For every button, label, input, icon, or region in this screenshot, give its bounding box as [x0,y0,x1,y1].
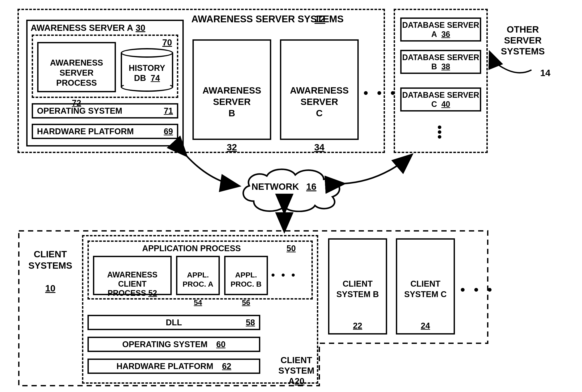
hw-box-69: HARDWARE PLATFORM 69 [32,124,178,139]
client-c-text: CLIENT SYSTEM C [404,279,447,299]
client-b-text: CLIENT SYSTEM B [336,279,379,299]
ref-36: 36 [441,30,450,39]
ref-10: 10 [45,283,56,294]
client-c-label: CLIENT SYSTEM C 24 [397,240,454,331]
ref-38: 38 [441,62,450,71]
app-process-title: APPLICATION PROCESS [142,244,241,253]
dll-label: DLL [166,318,182,327]
ellipsis-clients: • • • [460,282,494,297]
ref-50: 50 [287,244,296,253]
ref-16: 16 [306,182,316,192]
ref-69: 69 [164,127,173,136]
acp-label: AWARENESS CLIENT PROCESS 52 [94,257,170,298]
appl-proc-a-box: APPL. PROC. A 54 [176,256,220,295]
client-os-box: OPERATING SYSTEM 60 [88,337,260,352]
ref-58: 58 [246,318,255,327]
client-b-label: CLIENT SYSTEM B 22 [329,240,386,331]
process-text: AWARENESS SERVER PROCESS [50,58,103,88]
awareness-server-c-box: AWARENESS SERVER C 34 [280,39,359,140]
ref-74: 74 [151,74,160,83]
client-os-label: OPERATING SYSTEM [122,340,208,349]
db-a-text: DATABASE SERVER A [402,20,479,39]
proc-b-text: APPL. PROC. B [231,271,262,288]
proc-b-label: APPL. PROC. B 56 [226,257,267,307]
appl-proc-b-box: APPL. PROC. B 56 [224,256,268,295]
hw-label: HARDWARE PLATFORM [37,127,134,136]
ref-40: 40 [441,100,450,109]
client-system-b-box: CLIENT SYSTEM B 22 [328,238,387,334]
proc-a-text: APPL. PROC. A [183,271,213,288]
network-label: NETWORK [252,182,299,192]
db-b-text: DATABASE SERVER B [402,53,479,71]
os-label: OPERATING SYSTEM [37,106,122,116]
ref-62: 62 [222,362,231,371]
database-server-b-box: DATABASE SERVER B 38 [400,50,481,74]
ref-14: 14 [540,68,550,78]
ref-22: 22 [353,321,362,330]
os-box-71: OPERATING SYSTEM 71 [32,103,178,118]
client-systems-text: CLIENT SYSTEMS [29,249,72,271]
proc-a-label: APPL. PROC. A 54 [177,257,219,307]
ref-32: 32 [227,142,237,152]
client-a-title: CLIENT SYSTEM A20 [278,344,315,386]
client-systems-label: CLIENT SYSTEMS 10 [26,237,74,294]
ellipsis-servers: • • • [363,85,398,100]
server-c-text: AWARENESS SERVER C [290,85,349,118]
ref-34: 34 [314,142,325,152]
history-db-cylinder: HISTORY DB 74 [121,48,173,92]
awareness-server-b-box: AWARENESS SERVER B 32 [193,39,271,140]
awareness-server-process-box: AWARENESS SERVER PROCESS 72 [37,42,116,92]
ref-70: 70 [162,38,172,48]
client-system-c-box: CLIENT SYSTEM C 24 [396,238,455,334]
server-c-label: AWARENESS SERVER C 34 [281,41,357,153]
ellipsis-app: • • • [271,269,297,281]
dll-box: DLL 58 [88,315,260,330]
ellipsis-db-vertical: ••• [437,124,442,139]
server-b-text: AWARENESS SERVER B [203,85,261,118]
ref-12: 12 [315,14,325,24]
database-server-c-box: DATABASE SERVER C 40 [400,88,481,112]
ref-56: 56 [242,298,250,306]
history-db-label: HISTORY DB 74 [121,63,173,83]
ref-71: 71 [164,106,173,116]
ref-20: 20 [295,376,304,386]
ref-24: 24 [421,321,430,330]
ref-54: 54 [194,298,202,306]
client-hw-label: HARDWARE PLATFORM [117,362,213,371]
server-b-label: AWARENESS SERVER B 32 [194,41,270,153]
db-c-text: DATABASE SERVER C [402,90,479,109]
ref-60: 60 [216,340,226,349]
server-a-title: AWARENESS SERVER A [31,23,133,33]
awareness-client-process-box: AWARENESS CLIENT PROCESS 52 [93,256,172,295]
awareness-server-process-label: AWARENESS SERVER PROCESS 72 [39,43,115,108]
other-server-systems-label: OTHER SERVER SYSTEMS [501,24,545,57]
database-server-a-box: DATABASE SERVER A 36 [400,18,481,42]
ref-30: 30 [136,23,146,33]
client-hw-box: HARDWARE PLATFORM 62 [88,358,260,374]
ref-52: 52 [148,288,157,298]
